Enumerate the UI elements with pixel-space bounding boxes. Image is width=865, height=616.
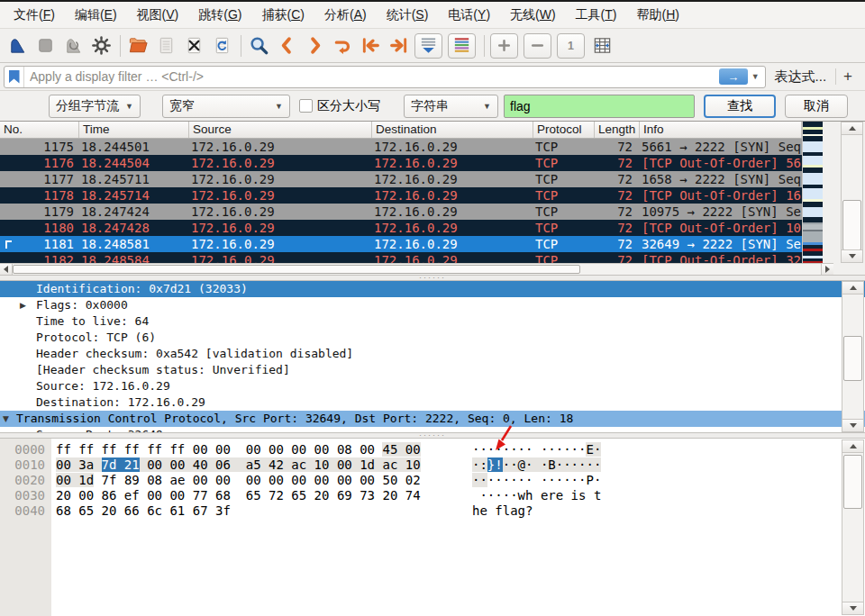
cell-info: 32649 → 2222 [SYN] Se: [640, 236, 802, 252]
packet-row-1182[interactable]: 118218.248584172.16.0.29172.16.0.29TCP72…: [0, 252, 802, 263]
menu-h[interactable]: 帮助(H): [627, 2, 689, 28]
go-to-packet-icon[interactable]: [331, 33, 355, 59]
menu-y[interactable]: 电话(Y): [438, 2, 500, 28]
charset-select[interactable]: 宽窄 ▼: [162, 95, 290, 118]
column-header-time[interactable]: Time: [79, 122, 189, 138]
search-domain-select[interactable]: 分组字节流 ▼: [49, 95, 141, 118]
stop-capture-icon[interactable]: [33, 33, 58, 59]
auto-scroll-icon[interactable]: [414, 33, 442, 59]
packet-row-1175[interactable]: 117518.244501172.16.0.29172.16.0.29TCP72…: [0, 139, 802, 155]
column-header-destination[interactable]: Destination: [372, 122, 533, 138]
packet-row-1178[interactable]: 117818.245714172.16.0.29172.16.0.29TCP72…: [0, 187, 802, 204]
resize-columns-icon[interactable]: [590, 33, 615, 59]
open-file-icon[interactable]: [126, 33, 150, 59]
scroll-left-icon[interactable]: [0, 264, 13, 275]
packet-row-1179[interactable]: 117918.247424172.16.0.29172.16.0.29TCP72…: [0, 204, 802, 220]
display-filter-field[interactable]: [24, 69, 719, 84]
detail-row[interactable]: Identification: 0x7d21 (32033): [0, 281, 865, 297]
reload-file-icon[interactable]: [210, 33, 234, 59]
zoom-in-icon[interactable]: [490, 33, 518, 59]
close-file-icon[interactable]: [182, 33, 206, 59]
detail-row[interactable]: Source Port: 32649: [0, 427, 865, 432]
column-header-length[interactable]: Length: [595, 122, 640, 138]
hex-row-0000[interactable]: 0000ff ff ff ff ff ff 00 00 00 00 00 00 …: [0, 442, 838, 457]
menu-f[interactable]: 文件(F): [4, 2, 65, 28]
chevron-down-icon[interactable]: ▼: [750, 72, 765, 81]
detail-row[interactable]: Source: 172.16.0.29: [0, 378, 865, 394]
display-filter-input[interactable]: → ▼: [4, 66, 766, 88]
zoom-original-icon[interactable]: 1: [557, 33, 585, 59]
hex-row-0010[interactable]: 001000 3a 7d 21 00 00 40 06 a5 42 ac 10 …: [0, 457, 838, 473]
scrollbar-thumb[interactable]: [843, 455, 862, 509]
packet-list-minimap[interactable]: [802, 122, 823, 263]
detail-row[interactable]: Header checksum: 0xa542 [validation disa…: [0, 346, 865, 362]
pane-splitter-bottom[interactable]: ······: [0, 432, 865, 439]
go-back-icon[interactable]: [275, 33, 299, 59]
scroll-right-icon[interactable]: [821, 264, 833, 275]
detail-row[interactable]: [Header checksum status: Unverified]: [0, 362, 865, 378]
hex-row-0030[interactable]: 003020 00 86 ef 00 00 77 68 65 72 65 20 …: [0, 488, 838, 503]
pane-splitter-top[interactable]: ······: [0, 275, 865, 281]
column-header-info[interactable]: Info: [640, 122, 802, 138]
packet-row-1181[interactable]: 118118.248581172.16.0.29172.16.0.29TCP72…: [0, 236, 802, 252]
scroll-up-icon[interactable]: [842, 440, 863, 453]
menu-c[interactable]: 捕获(C): [252, 2, 314, 28]
filter-bookmark-button[interactable]: [5, 67, 24, 87]
bytes-vscrollbar[interactable]: [842, 439, 864, 615]
detail-row[interactable]: Destination: 172.16.0.29: [0, 394, 865, 411]
detail-row[interactable]: ▼Transmission Control Protocol, Src Port…: [0, 411, 865, 427]
expander-down-icon[interactable]: ▼: [3, 411, 9, 427]
scroll-up-icon[interactable]: [842, 122, 862, 135]
apply-filter-button[interactable]: →: [719, 68, 748, 85]
add-filter-button[interactable]: +: [843, 68, 852, 86]
column-header-protocol[interactable]: Protocol: [533, 122, 595, 138]
detail-row[interactable]: ▶Flags: 0x0000: [0, 297, 865, 313]
hex-row-0040[interactable]: 004068 65 20 66 6c 61 67 3fhe flag?: [0, 503, 838, 519]
scrollbar-thumb[interactable]: [843, 336, 862, 381]
expander-right-icon[interactable]: ▶: [20, 297, 26, 313]
zoom-out-icon[interactable]: [524, 33, 551, 59]
packet-list-vscrollbar[interactable]: [841, 122, 863, 263]
packet-row-1177[interactable]: 117718.245711172.16.0.29172.16.0.29TCP72…: [0, 171, 802, 187]
first-packet-icon[interactable]: [359, 33, 383, 59]
scrollbar-thumb[interactable]: [842, 200, 861, 250]
search-type-select[interactable]: 字符串 ▼: [404, 95, 498, 118]
checkbox-box[interactable]: [299, 99, 313, 113]
menu-w[interactable]: 无线(W): [500, 2, 566, 28]
go-forward-icon[interactable]: [303, 33, 327, 59]
cancel-button[interactable]: 取消: [785, 95, 848, 118]
scroll-down-icon[interactable]: [842, 249, 862, 262]
capture-options-icon[interactable]: [89, 33, 114, 59]
detail-row[interactable]: Time to live: 64: [0, 313, 865, 330]
find-packet-icon[interactable]: [247, 33, 271, 59]
scrollbar-thumb[interactable]: [13, 265, 580, 274]
find-input[interactable]: [504, 95, 695, 118]
column-header-no[interactable]: No.: [0, 122, 79, 138]
detail-row[interactable]: Protocol: TCP (6): [0, 330, 865, 346]
toolbar-separator: [241, 35, 241, 57]
find-button[interactable]: 查找: [704, 95, 776, 118]
scroll-up-icon[interactable]: [842, 282, 863, 294]
scroll-down-icon[interactable]: [842, 602, 863, 614]
packet-row-1180[interactable]: 118018.247428172.16.0.29172.16.0.29TCP72…: [0, 220, 802, 236]
restart-capture-icon[interactable]: [61, 33, 86, 59]
menu-t[interactable]: 工具(T): [566, 2, 627, 28]
last-packet-icon[interactable]: [387, 33, 411, 59]
save-file-icon[interactable]: [154, 33, 178, 59]
expression-button[interactable]: 表达式...: [775, 68, 827, 86]
packet-row-1176[interactable]: 117618.244504172.16.0.29172.16.0.29TCP72…: [0, 155, 802, 171]
colorize-icon[interactable]: [448, 33, 476, 59]
menu-g[interactable]: 跳转(G): [188, 2, 251, 28]
menu-e[interactable]: 编辑(E): [65, 2, 127, 28]
column-header-source[interactable]: Source: [189, 122, 372, 138]
menu-a[interactable]: 分析(A): [314, 2, 377, 28]
menu-v[interactable]: 视图(V): [127, 2, 189, 28]
start-capture-icon[interactable]: [5, 33, 30, 59]
details-vscrollbar[interactable]: [842, 281, 864, 432]
case-sensitive-checkbox[interactable]: 区分大小写: [299, 98, 380, 114]
menu-s[interactable]: 统计(S): [377, 2, 439, 28]
hex-row-0020[interactable]: 002000 1d 7f 89 08 ae 00 00 00 00 00 00 …: [0, 473, 838, 488]
packet-list-hscrollbar[interactable]: [0, 263, 833, 275]
scroll-down-icon[interactable]: [842, 419, 863, 431]
cell-src: 172.16.0.29: [189, 139, 372, 155]
